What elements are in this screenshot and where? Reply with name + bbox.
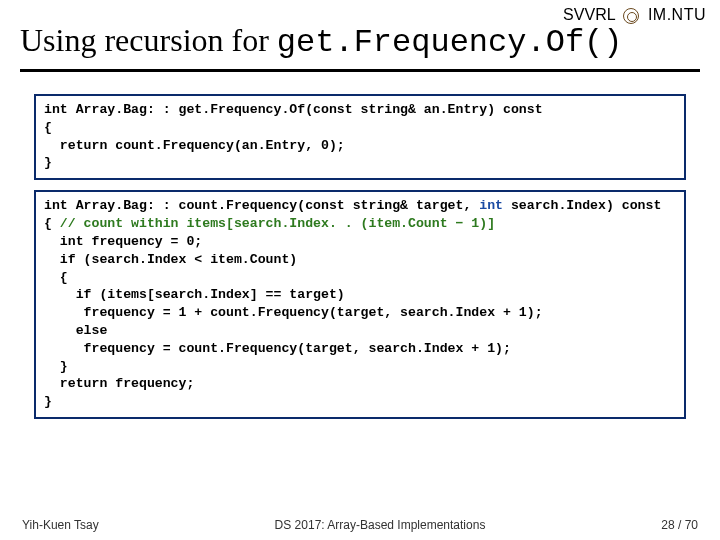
- code-box-1: int Array.Bag: : get.Frequency.Of(const …: [34, 94, 686, 180]
- title-mono: get.Frequency.Of(): [277, 24, 623, 61]
- svvrl-text: SVVRL: [563, 6, 615, 23]
- code-1-text: int Array.Bag: : get.Frequency.Of(const …: [44, 102, 543, 170]
- code-2-rest: int frequency = 0; if (search.Index < it…: [44, 234, 543, 409]
- code-box-2: int Array.Bag: : count.Frequency(const s…: [34, 190, 686, 419]
- code-2-comment: // count within items[search.Index. . (i…: [60, 216, 495, 231]
- code-2-line1-pre: int Array.Bag: : count.Frequency(const s…: [44, 198, 479, 213]
- slide-footer: Yih-Kuen Tsay DS 2017: Array-Based Imple…: [0, 518, 720, 532]
- header-affiliation: SVVRL IM.NTU: [563, 6, 706, 24]
- code-2-line1-post: search.Index) const: [503, 198, 661, 213]
- slide: SVVRL IM.NTU Using recursion for get.Fre…: [0, 0, 720, 540]
- title-rule: [20, 69, 700, 72]
- footer-course: DS 2017: Array-Based Implementations: [99, 518, 662, 532]
- code-2-kw-int: int: [479, 198, 503, 213]
- footer-author: Yih-Kuen Tsay: [22, 518, 99, 532]
- code-2-open: {: [44, 216, 60, 231]
- affiliation-logo-icon: [623, 8, 639, 24]
- ntu-text: IM.NTU: [648, 6, 706, 23]
- slide-title: Using recursion for get.Frequency.Of(): [20, 22, 700, 61]
- title-prefix: Using recursion for: [20, 22, 277, 58]
- footer-page: 28 / 70: [661, 518, 698, 532]
